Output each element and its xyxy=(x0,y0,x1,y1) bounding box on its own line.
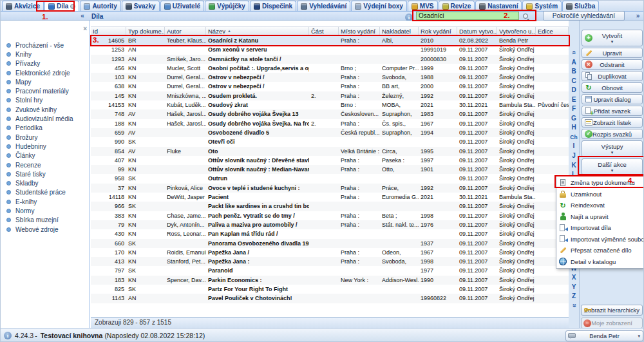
advanced-search-button[interactable]: Pokročilé vyhledávání xyxy=(543,11,625,21)
alphabet-d[interactable]: D xyxy=(571,86,576,95)
sidebar-item-prochazeni-vse[interactable]: Procházení - vše xyxy=(1,41,89,50)
upravit-dialog-button[interactable]: Upravit dialog xyxy=(582,94,643,104)
table-row[interactable]: 659AVOsvobozené divadlo 5Česká republ...… xyxy=(91,128,569,137)
sidebar-item-skladby[interactable]: Skladby xyxy=(1,178,89,187)
alphabet-e[interactable]: E xyxy=(572,95,576,105)
scroll-to-bottom-icon[interactable] xyxy=(572,301,576,311)
column-header-vytvoreno-uzivatelem[interactable]: Vytvořeno u... xyxy=(497,27,536,35)
scroll-to-top-icon[interactable] xyxy=(572,48,576,58)
table-row[interactable]: 383KNChase, Jame...Pach peněz. Vytratit … xyxy=(91,211,569,220)
alphabet-ch[interactable]: Ch xyxy=(570,133,577,142)
table-row[interactable]: 660SKPanorama Osvobozeného divadla 1927-… xyxy=(91,239,569,248)
dalsi-akce-button[interactable]: Další akce xyxy=(582,158,643,175)
alphabet-y[interactable]: Y xyxy=(572,283,576,292)
column-header-cast[interactable]: Část xyxy=(309,27,339,35)
table-row[interactable]: 14605BRTeuber, Klaus...Osadníci z Katanu… xyxy=(91,36,569,45)
table-row[interactable]: 103KNDurrel, Geral...Ostrov v nebezpečí … xyxy=(91,73,569,82)
obnovit-button[interactable]: Obnovit xyxy=(582,82,643,93)
table-row[interactable]: 456KNMucler, ScottOsobní počítač :. Upgr… xyxy=(91,64,569,73)
column-header-autor[interactable]: Autor xyxy=(165,27,206,35)
sidebar-collapse-icon[interactable]: « xyxy=(79,12,86,20)
menu-item-importovat-dila[interactable]: Importovat díla xyxy=(556,222,643,234)
alphabet-a[interactable]: A xyxy=(571,58,576,68)
table-row[interactable]: 99KNOttův slovník naučný : Median-Navarr… xyxy=(91,165,569,174)
duplikovat-button[interactable]: Duplikovat xyxy=(582,71,643,81)
table-row[interactable]: 797SKParanoid197709.11.2007Široký Ondřej xyxy=(91,266,569,275)
table-row[interactable]: 37KNPinková, AliceOvoce v teplé i studen… xyxy=(91,184,569,193)
tab-svazky[interactable]: Svazky xyxy=(122,1,160,11)
menu-item-uzamknout[interactable]: Uzamknout xyxy=(556,189,643,200)
sidebar-item-mapy[interactable]: Mapy xyxy=(1,77,89,86)
column-header-nazev[interactable]: Název▲ xyxy=(206,27,309,35)
table-row[interactable]: 79KNDyk, Antonín...Paliva a maziva pro a… xyxy=(91,220,569,229)
alphabet-h[interactable]: H xyxy=(571,123,576,133)
menu-item-importovat-vymenne-soubory[interactable]: Importovat výměnné soubory xyxy=(556,234,643,245)
sidebar-item-periodika[interactable]: Periodika xyxy=(1,124,89,133)
tab-system[interactable]: Systém xyxy=(522,1,562,11)
sidebar-item-elektronicke-zdroje[interactable]: Elektronické zdroje xyxy=(1,68,89,77)
odstranit-button[interactable]: Odstranit xyxy=(582,59,643,70)
column-header-misto-vydani[interactable]: Místo vydání xyxy=(339,27,380,35)
alphabet-c[interactable]: C xyxy=(571,77,576,86)
tab-vypujcky[interactable]: Výpůjčky xyxy=(205,1,249,11)
tab-sluzba[interactable]: Služba xyxy=(562,1,599,11)
menu-item-najit-a-upravit[interactable]: Najít a upravit xyxy=(556,211,643,223)
tab-autority[interactable]: Autority xyxy=(80,1,120,11)
close-icon[interactable]: × xyxy=(83,25,87,32)
table-row[interactable]: 1143ANPavel Pouliček v Chotovinách!19960… xyxy=(91,294,569,303)
table-row[interactable]: 430KNRoss, Leonar...Pan Kaplan má třídu … xyxy=(91,229,569,238)
table-row[interactable]: 407KNOttův slovník naučný : Dřevěné stav… xyxy=(91,156,569,165)
table-row[interactable]: 188KNHašek, Jarosl...Osudy dobrého voják… xyxy=(91,119,569,128)
sidebar-item-normy[interactable]: Normy xyxy=(1,206,89,215)
pridat-svazek-button[interactable]: Přidat svazek xyxy=(582,106,643,116)
vytvorit-button[interactable]: Vytvořit xyxy=(582,30,643,46)
sidebar-item-stare-tisky[interactable]: Staré tisky xyxy=(1,169,89,178)
table-row[interactable]: 825SKPartz For Your Right To Fight09.11.… xyxy=(91,285,569,294)
column-header-datum-vytvoreni[interactable]: Datum vytvo... xyxy=(457,27,497,35)
tab-dila[interactable]: Díla xyxy=(44,1,79,11)
vystupy-button[interactable]: Výstupy xyxy=(582,140,643,157)
table-row[interactable]: 413KNStanford, Pet...Papežka Jana :Praha… xyxy=(91,257,569,266)
alphabet-z[interactable]: Z xyxy=(572,292,576,301)
show-hierarchy-button[interactable]: Zobrazit hierarchicky xyxy=(581,305,643,316)
sidebar-item-stolni-hry[interactable]: Stolní hry xyxy=(1,96,89,105)
table-row[interactable]: 958SKOutrun09.11.2007Široký Ondřej xyxy=(91,174,569,183)
menu-item-zmena-typu-dokumentu[interactable]: Změna typu dokumentu xyxy=(556,177,643,189)
sidebar-item-pracovni-materialy[interactable]: Pracovní materiály xyxy=(1,86,89,95)
alphabet-k[interactable]: K xyxy=(571,161,576,171)
menu-item-detail-v-katalogu[interactable]: Detail v katalogu xyxy=(556,256,643,268)
tab-vydejni-boxy[interactable]: Výdejní boxy xyxy=(351,1,407,11)
alphabet-g[interactable]: G xyxy=(571,114,576,124)
tab-nastaveni[interactable]: Nastavení xyxy=(475,1,522,11)
sidebar-item-audiovizualni-media[interactable]: Audiovizuální média xyxy=(1,114,89,123)
zobrazit-listek-button[interactable]: Zobrazit lístek xyxy=(582,117,643,128)
table-row[interactable]: 183KNSpencer, Dav...Parkin Economics :Ne… xyxy=(91,276,569,285)
tab-revize[interactable]: Revize xyxy=(439,1,475,11)
tab-dispecink[interactable]: Dispečink xyxy=(250,1,296,11)
panel-expand-icon[interactable]: » xyxy=(634,12,642,20)
column-header-rok-vydani[interactable]: Rok vydání xyxy=(419,27,457,35)
table-row[interactable]: 638KNDurrel, Geral...Ostrov v nebezpečí … xyxy=(91,82,569,91)
alphabet-f[interactable]: F xyxy=(572,104,576,114)
table-row[interactable]: 14118KNDeWitt, JasperPacientPraha :Eurom… xyxy=(91,193,569,202)
sidebar-item-webove-zdroje[interactable]: Webové zdroje xyxy=(1,225,89,234)
sidebar-item-knihy[interactable]: Knihy xyxy=(1,50,89,59)
search-input[interactable] xyxy=(416,12,519,20)
sidebar-item-clanky[interactable]: Články xyxy=(1,151,89,160)
tab-vyhledavani[interactable]: Vyhledávání xyxy=(297,1,350,11)
table-row[interactable]: 966SKPackt like sardines in a crushd tin… xyxy=(91,202,569,211)
table-row[interactable]: 990SKOtevři oči09.11.2007Široký Ondřej xyxy=(91,137,569,146)
tab-mvs[interactable]: MVS xyxy=(408,1,438,11)
column-header-edice[interactable]: Edice xyxy=(536,27,569,35)
table-row[interactable]: 170KNRoidis, EmanuilPapežka Jana /Praha … xyxy=(91,248,569,257)
table-row[interactable]: 145KNMniszkówna, ...Osudem prokletá.2.Pr… xyxy=(91,91,569,100)
sidebar-item-privazky[interactable]: Přívazky xyxy=(1,59,89,68)
search-icon[interactable] xyxy=(522,12,531,20)
column-header-id[interactable]: Id xyxy=(91,27,126,35)
column-header-typ-dokumentu[interactable]: Typ dokume... xyxy=(126,27,165,35)
sidebar-item-zvukove-knihy[interactable]: Zvukové knihy xyxy=(1,105,89,114)
alphabet-b[interactable]: B xyxy=(571,67,576,77)
sidebar-item-brozury[interactable]: Brožury xyxy=(1,133,89,142)
menu-item-prepsat-oznacene-dilo[interactable]: Přepsat označené dílo xyxy=(556,245,643,256)
table-row[interactable]: 748AVHašek, Jarosl...Osudy dobrého voják… xyxy=(91,109,569,119)
